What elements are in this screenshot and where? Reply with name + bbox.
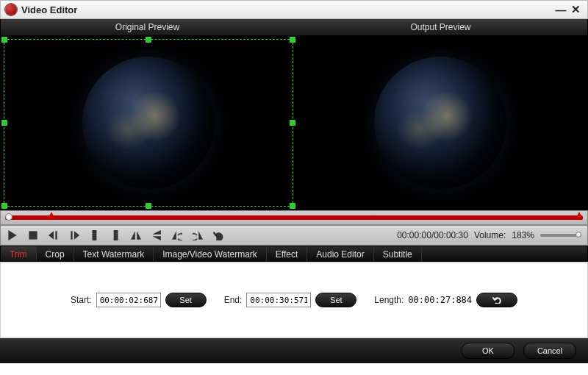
crop-handle[interactable] bbox=[1, 203, 7, 209]
output-preview-pane bbox=[296, 39, 584, 207]
end-label: End: bbox=[224, 295, 243, 305]
bracket-end-button[interactable] bbox=[110, 229, 121, 241]
start-label: Start: bbox=[71, 295, 92, 305]
output-preview-label: Output Preview bbox=[294, 19, 587, 35]
crop-handle[interactable] bbox=[290, 203, 295, 209]
editor-tabs: Trim Crop Text Watermark Image/Video Wat… bbox=[0, 246, 588, 262]
set-start-button[interactable]: Set bbox=[165, 293, 207, 307]
rotate-cw-button[interactable] bbox=[192, 229, 204, 241]
seek-knob[interactable] bbox=[5, 213, 12, 221]
original-preview-label: Original Preview bbox=[1, 19, 294, 35]
seek-slider[interactable] bbox=[5, 215, 583, 220]
tab-trim[interactable]: Trim bbox=[1, 246, 37, 261]
tab-effect[interactable]: Effect bbox=[267, 246, 307, 261]
svg-rect-0 bbox=[29, 231, 37, 239]
flip-vertical-button[interactable] bbox=[151, 229, 162, 241]
flip-horizontal-button[interactable] bbox=[130, 229, 142, 241]
crop-handle[interactable] bbox=[1, 37, 7, 43]
length-label: Length: bbox=[374, 295, 404, 305]
reset-length-button[interactable] bbox=[476, 293, 517, 307]
end-time-input[interactable] bbox=[246, 293, 311, 307]
prev-frame-button[interactable] bbox=[48, 229, 60, 241]
crop-handle[interactable] bbox=[290, 120, 295, 126]
playback-controls: 00:00:00/00:00:30 Volume: 183% bbox=[0, 225, 588, 246]
time-display: 00:00:00/00:00:30 bbox=[397, 230, 468, 240]
play-button[interactable] bbox=[7, 229, 18, 241]
crop-handle[interactable] bbox=[146, 203, 151, 209]
trim-panel: Start: Set End: Set Length: 00:00:27:884 bbox=[0, 262, 588, 338]
preview-area bbox=[0, 35, 588, 210]
trim-end-marker[interactable] bbox=[576, 212, 583, 219]
stop-button[interactable] bbox=[27, 229, 39, 241]
rotate-ccw-button[interactable] bbox=[171, 229, 183, 241]
close-button[interactable]: ✕ bbox=[568, 3, 583, 16]
cancel-button[interactable]: Cancel bbox=[523, 343, 576, 359]
start-time-input[interactable] bbox=[96, 293, 161, 307]
tab-crop[interactable]: Crop bbox=[37, 246, 74, 261]
volume-slider[interactable] bbox=[540, 234, 581, 237]
tab-image-video-watermark[interactable]: Image/Video Watermark bbox=[154, 246, 267, 261]
bracket-start-button[interactable] bbox=[89, 229, 101, 241]
set-end-button[interactable]: Set bbox=[315, 293, 356, 307]
volume-label: Volume: bbox=[474, 230, 506, 240]
volume-knob[interactable] bbox=[576, 232, 581, 238]
tab-text-watermark[interactable]: Text Watermark bbox=[74, 246, 154, 261]
tab-audio-editor[interactable]: Audio Editor bbox=[307, 246, 373, 261]
crop-handle[interactable] bbox=[290, 37, 295, 43]
crop-handle[interactable] bbox=[1, 120, 7, 126]
undo-button[interactable] bbox=[212, 229, 224, 241]
next-frame-button[interactable] bbox=[68, 229, 80, 241]
timeline-row bbox=[0, 210, 588, 225]
volume-value: 183% bbox=[512, 230, 534, 240]
window-title: Video Editor bbox=[21, 4, 553, 15]
undo-icon bbox=[492, 296, 502, 304]
video-frame-image bbox=[82, 57, 215, 189]
tab-subtitle[interactable]: Subtitle bbox=[374, 246, 422, 261]
app-icon bbox=[5, 4, 17, 15]
dialog-footer: OK Cancel bbox=[0, 338, 588, 363]
original-preview-pane[interactable] bbox=[4, 39, 293, 207]
trim-start-marker[interactable] bbox=[48, 212, 55, 219]
crop-handle[interactable] bbox=[146, 37, 151, 43]
titlebar: Video Editor — ✕ bbox=[0, 0, 588, 19]
video-frame-image bbox=[374, 57, 506, 189]
length-value: 00:00:27:884 bbox=[408, 295, 472, 305]
ok-button[interactable]: OK bbox=[462, 343, 514, 359]
preview-header: Original Preview Output Preview bbox=[0, 19, 588, 35]
minimize-button[interactable]: — bbox=[553, 4, 568, 16]
